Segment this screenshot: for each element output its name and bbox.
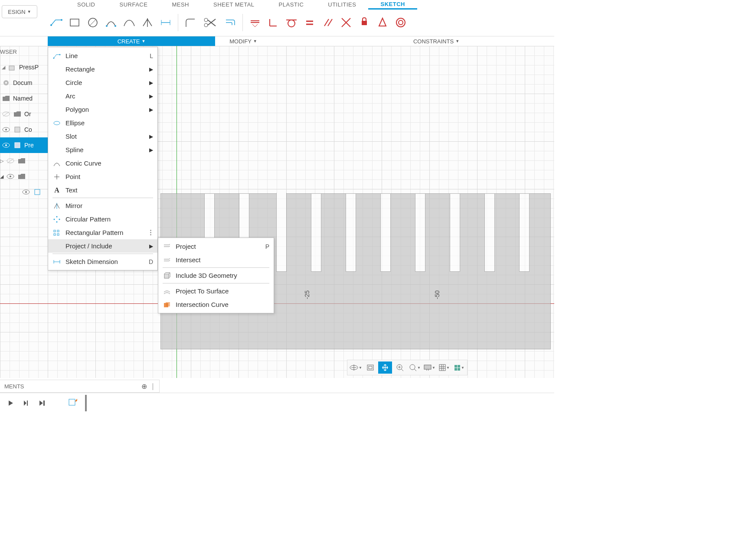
- eye-icon[interactable]: [22, 188, 30, 196]
- menu-intersection-curve[interactable]: Intersection Curve: [158, 298, 274, 311]
- menu-rectangle[interactable]: Rectangle▶: [48, 62, 157, 76]
- circle-tool-icon[interactable]: [84, 14, 101, 31]
- modify-panel-button[interactable]: MODIFY▼: [215, 36, 271, 46]
- menu-point[interactable]: Point: [48, 170, 157, 183]
- timeline-sketch-feature[interactable]: [68, 398, 77, 408]
- tab-sketch[interactable]: SKETCH: [368, 0, 417, 10]
- create-panel-button[interactable]: CREATE▼: [48, 36, 215, 46]
- browser-item-selected[interactable]: Pre: [0, 137, 52, 153]
- collapse-icon[interactable]: │: [151, 383, 155, 390]
- display-button[interactable]: ▼: [422, 361, 436, 374]
- spline-tool-icon[interactable]: [121, 14, 138, 31]
- menu-circular-pattern[interactable]: Circular Pattern: [48, 212, 157, 226]
- line-tool-icon[interactable]: [48, 14, 65, 31]
- browser-item[interactable]: Co: [0, 122, 52, 137]
- constraints-panel-button[interactable]: CONSTRAINTS▼: [397, 36, 475, 46]
- equal-constraint-icon[interactable]: [301, 14, 318, 31]
- svg-point-45: [25, 191, 27, 193]
- sketch-icon: [33, 188, 42, 196]
- timeline-marker[interactable]: [85, 395, 87, 411]
- fillet-tool-icon[interactable]: [182, 14, 199, 31]
- perpendicular-constraint-icon[interactable]: [265, 14, 282, 31]
- browser-item[interactable]: Named: [0, 91, 52, 106]
- browser-item[interactable]: ◢: [0, 169, 52, 184]
- coincident-constraint-icon[interactable]: [337, 14, 355, 31]
- tab-solid[interactable]: SOLID: [65, 0, 108, 10]
- add-comment-icon[interactable]: ⊕: [141, 382, 147, 391]
- tab-mesh[interactable]: MESH: [160, 0, 201, 10]
- more-options-icon[interactable]: [150, 230, 153, 235]
- svg-rect-36: [15, 127, 20, 132]
- menu-arc[interactable]: Arc▶: [48, 89, 157, 103]
- menu-circle[interactable]: Circle▶: [48, 76, 157, 89]
- menu-include-3d[interactable]: Include 3D Geometry: [158, 269, 274, 282]
- menu-separator: [52, 254, 153, 254]
- axis-x: [0, 303, 554, 304]
- timeline-step-button[interactable]: [22, 398, 31, 408]
- menu-conic[interactable]: Conic Curve: [48, 156, 157, 170]
- tangent-constraint-icon[interactable]: [283, 14, 300, 31]
- menu-line[interactable]: LineL: [48, 49, 157, 62]
- zoom-fit-button[interactable]: [393, 361, 407, 374]
- design-button-label: ESIGN: [8, 9, 25, 15]
- eye-hidden-icon[interactable]: [2, 110, 10, 118]
- browser-item[interactable]: [0, 184, 52, 200]
- tab-plastic[interactable]: PLASTIC: [267, 0, 316, 10]
- eye-icon[interactable]: [2, 125, 10, 134]
- menu-project-to-surface[interactable]: Project To Surface: [158, 284, 274, 298]
- dimension-tool-icon[interactable]: [157, 14, 174, 31]
- browser-item-label: Or: [24, 111, 31, 117]
- browser-item[interactable]: Or: [0, 106, 52, 122]
- lookat-button[interactable]: [363, 361, 377, 374]
- tab-sheetmetal[interactable]: SHEET METAL: [201, 0, 267, 10]
- dimension-icon: [52, 257, 61, 266]
- pan-button[interactable]: [378, 361, 392, 374]
- comments-panel-header[interactable]: MENTS ⊕ │: [0, 380, 160, 393]
- browser-item[interactable]: Docum: [0, 75, 52, 91]
- eye-icon[interactable]: [2, 141, 10, 150]
- eye-icon[interactable]: [6, 172, 15, 181]
- svg-rect-60: [57, 234, 59, 235]
- fix-constraint-icon[interactable]: [356, 14, 373, 31]
- menu-slot[interactable]: Slot▶: [48, 130, 157, 143]
- arc-tool-icon[interactable]: [102, 14, 120, 31]
- body-icon: [13, 125, 22, 134]
- menu-project[interactable]: ProjectP: [158, 240, 274, 253]
- menu-separator: [163, 283, 269, 283]
- menu-project-include[interactable]: Project / Include▶: [48, 239, 157, 253]
- menu-intersect[interactable]: Intersect: [158, 253, 274, 267]
- axis-label-50: -50: [434, 290, 441, 299]
- menu-text[interactable]: AText: [48, 183, 157, 197]
- mirror-tool-icon[interactable]: [139, 14, 156, 31]
- svg-point-0: [50, 24, 52, 26]
- rectangle-tool-icon[interactable]: [66, 14, 83, 31]
- design-workspace-button[interactable]: ESIGN ▼: [2, 5, 37, 18]
- tab-surface[interactable]: SURFACE: [108, 0, 160, 10]
- parallel-constraint-icon[interactable]: [319, 14, 337, 31]
- menu-mirror[interactable]: Mirror: [48, 199, 157, 212]
- menu-rectangular-pattern[interactable]: Rectangular Pattern: [48, 226, 157, 239]
- orbit-button[interactable]: ▼: [349, 361, 363, 374]
- timeline-end-button[interactable]: [37, 398, 47, 408]
- offset-tool-icon[interactable]: [222, 14, 239, 31]
- tab-utilities[interactable]: UTILITIES: [316, 0, 368, 10]
- concentric-constraint-icon[interactable]: [392, 14, 409, 31]
- symmetry-constraint-icon[interactable]: [374, 14, 391, 31]
- grid-button[interactable]: ▼: [437, 361, 451, 374]
- horizontal-constraint-icon[interactable]: [246, 14, 264, 31]
- browser-item[interactable]: ▷: [0, 153, 52, 169]
- trim-tool-icon[interactable]: [200, 14, 221, 31]
- timeline-play-button[interactable]: [6, 398, 16, 408]
- submenu-arrow-icon: ▶: [149, 147, 153, 153]
- eye-hidden-icon[interactable]: [6, 156, 15, 165]
- zoom-button[interactable]: ▼: [408, 361, 422, 374]
- menu-spline[interactable]: Spline▶: [48, 143, 157, 156]
- browser-item[interactable]: ◢ PressP: [0, 59, 52, 75]
- intersection-curve-icon: [163, 300, 171, 309]
- menu-sketch-dimension[interactable]: Sketch DimensionD: [48, 255, 157, 268]
- menu-ellipse[interactable]: Ellipse: [48, 116, 157, 130]
- create-dropdown-menu: LineL Rectangle▶ Circle▶ Arc▶ Polygon▶ E…: [48, 47, 158, 270]
- viewcube-button[interactable]: ▼: [452, 361, 466, 374]
- browser-item-label: Named: [13, 95, 33, 102]
- menu-polygon[interactable]: Polygon▶: [48, 103, 157, 116]
